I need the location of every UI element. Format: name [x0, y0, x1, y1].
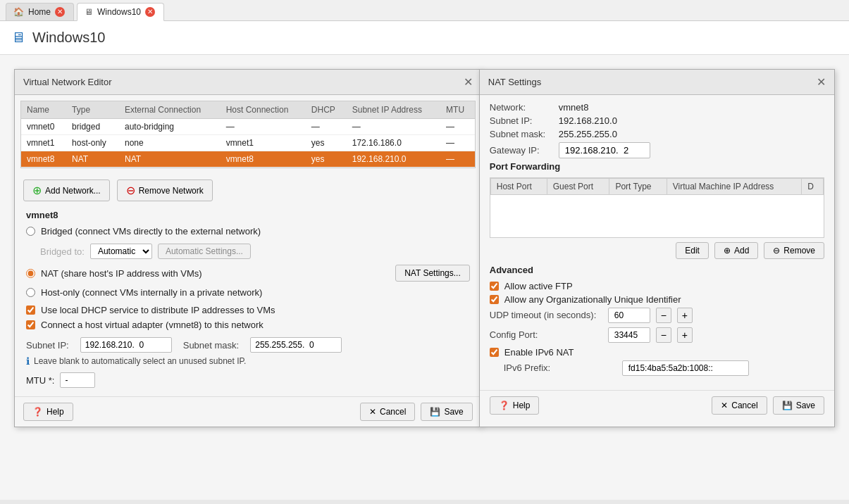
info-icon: ℹ: [26, 355, 30, 367]
subnet-ip-label: Subnet IP:: [26, 340, 69, 351]
row-subnet: 172.16.186.0: [347, 135, 440, 151]
allow-oui-label: Allow any Organizationally Unique Identi…: [504, 294, 681, 305]
host-adapter-label: Connect a host virtual adapter (vmnet8) …: [41, 320, 264, 330]
host-only-radio[interactable]: [26, 288, 35, 297]
table-header-row: Name Type External Connection Host Conne…: [21, 101, 475, 119]
edit-button[interactable]: Edit: [676, 242, 709, 259]
help-icon: ❓: [32, 407, 43, 417]
row-type: host-only: [66, 135, 119, 151]
enable-ipv6-checkbox[interactable]: [490, 348, 499, 357]
dhcp-checkbox[interactable]: [26, 305, 35, 315]
row-type: NAT: [66, 151, 119, 168]
tab-windows10-close[interactable]: ✕: [145, 7, 155, 17]
bridged-to-label: Bridged to:: [40, 246, 85, 257]
nat-save-button[interactable]: 💾 Save: [773, 396, 824, 415]
nat-help-icon: ❓: [499, 401, 509, 410]
subnet-ip-input[interactable]: [80, 337, 172, 353]
add-network-button[interactable]: ⊕ Add Network...: [23, 179, 110, 201]
bridged-radio[interactable]: [26, 227, 35, 236]
nat-save-icon: 💾: [782, 401, 793, 410]
nat-settings-label: NAT Settings...: [404, 268, 461, 278]
row-mtu: —: [440, 119, 475, 135]
main-window: 🖥 Windows10 Virtual Network Editor ✕ Nam…: [0, 21, 849, 500]
vne-title: Virtual Network Editor: [23, 77, 111, 87]
port-forwarding-table: Host Port Guest Port Port Type Virtual M…: [490, 178, 824, 237]
vne-save-label: Save: [444, 407, 463, 417]
vne-save-button[interactable]: 💾 Save: [421, 403, 472, 421]
nat-save-label: Save: [796, 401, 815, 410]
col-mtu: MTU: [440, 101, 475, 119]
allow-oui-checkbox[interactable]: [490, 295, 499, 304]
edit-label: Edit: [685, 246, 700, 256]
automatic-settings-button[interactable]: Automatic Settings...: [158, 244, 251, 259]
nat-title: NAT Settings: [488, 77, 541, 87]
col-dhcp: DHCP: [306, 101, 347, 119]
network-action-buttons: ⊕ Add Network... ⊖ Remove Network: [15, 174, 481, 207]
remove-network-button[interactable]: ⊖ Remove Network: [117, 179, 213, 201]
host-adapter-checkbox[interactable]: [26, 320, 35, 329]
udp-timeout-input[interactable]: [608, 308, 650, 323]
bridged-radio-row: Bridged (connect VMs directly to the ext…: [26, 226, 470, 237]
nat-gateway-input[interactable]: [559, 142, 650, 158]
allow-ftp-checkbox[interactable]: [490, 282, 499, 291]
remove-pf-label: Remove: [783, 246, 815, 256]
table-row-selected[interactable]: vmnet8 NAT NAT vmnet8 yes 192.168.210.0 …: [21, 151, 475, 168]
tab-windows10[interactable]: 🖥 Windows10 ✕: [77, 3, 164, 21]
nat-row: NAT (share host's IP address with VMs) N…: [26, 265, 470, 282]
tab-home[interactable]: 🏠 Home ✕: [6, 3, 74, 20]
add-pf-button[interactable]: ⊕ Add: [714, 242, 758, 259]
bridged-to-select[interactable]: Automatic: [90, 244, 152, 259]
subnet-mask-input[interactable]: [250, 337, 342, 353]
nat-settings-button[interactable]: NAT Settings...: [395, 265, 470, 282]
pf-empty-row: [490, 195, 823, 237]
allow-ftp-label: Allow active FTP: [504, 281, 573, 291]
subnet-row: Subnet IP: Subnet mask:: [26, 337, 470, 353]
remove-icon: ⊖: [126, 184, 135, 197]
udp-decrement-button[interactable]: −: [656, 308, 671, 323]
tab-bar: 🏠 Home ✕ 🖥 Windows10 ✕: [0, 0, 849, 21]
mtu-input[interactable]: [60, 372, 95, 388]
nat-subnet-ip-value: 192.168.210.0: [559, 115, 617, 126]
row-subnet: 192.168.210.0: [347, 151, 440, 168]
vne-help-button[interactable]: ❓ Help: [23, 403, 73, 421]
udp-increment-button[interactable]: +: [677, 308, 693, 323]
nat-cancel-button[interactable]: ✕ Cancel: [712, 396, 767, 415]
network-settings-section: vmnet8 Bridged (connect VMs directly to …: [15, 207, 481, 393]
nat-network-value: vmnet8: [559, 102, 589, 113]
row-name: vmnet8: [21, 151, 66, 168]
save-icon: 💾: [430, 407, 440, 417]
ipv6-prefix-row: IPv6 Prefix:: [504, 360, 824, 376]
vne-cancel-label: Cancel: [380, 407, 406, 417]
row-dhcp: yes: [306, 151, 347, 168]
col-name: Name: [21, 101, 66, 119]
config-port-input[interactable]: [608, 327, 650, 343]
vne-cancel-button[interactable]: ✕ Cancel: [360, 403, 415, 421]
config-port-decrement-button[interactable]: −: [656, 327, 671, 343]
row-type: bridged: [66, 119, 119, 135]
table-row[interactable]: vmnet1 host-only none vmnet1 yes 172.16.…: [21, 135, 475, 151]
row-subnet: —: [347, 119, 440, 135]
col-host-port: Host Port: [490, 179, 547, 195]
row-ext: NAT: [119, 151, 221, 168]
add-icon: ⊕: [32, 184, 42, 197]
table-row[interactable]: vmnet0 bridged auto-bridging — — — —: [21, 119, 475, 135]
ipv6-prefix-input[interactable]: [622, 360, 749, 376]
col-guest-port: Guest Port: [547, 179, 609, 195]
vne-close-button[interactable]: ✕: [464, 75, 473, 89]
home-icon: 🏠: [13, 7, 24, 17]
add-network-label: Add Network...: [45, 186, 101, 196]
nat-radio[interactable]: [26, 269, 35, 278]
bridged-label: Bridged (connect VMs directly to the ext…: [41, 226, 261, 237]
dhcp-label: Use local DHCP service to distribute IP …: [41, 305, 275, 315]
nat-close-button[interactable]: ✕: [817, 75, 826, 89]
nat-gateway-label: Gateway IP:: [490, 145, 553, 156]
tab-home-close[interactable]: ✕: [55, 7, 65, 17]
selected-network-name: vmnet8: [26, 210, 470, 220]
nat-subnet-mask-label: Subnet mask:: [490, 129, 553, 139]
pf-header-row: Host Port Guest Port Port Type Virtual M…: [490, 179, 823, 195]
remove-pf-button[interactable]: ⊖ Remove: [764, 242, 824, 259]
config-port-increment-button[interactable]: +: [677, 327, 693, 343]
col-type: Type: [66, 101, 119, 119]
advanced-title: Advanced: [490, 265, 824, 275]
nat-help-button[interactable]: ❓ Help: [490, 396, 540, 415]
